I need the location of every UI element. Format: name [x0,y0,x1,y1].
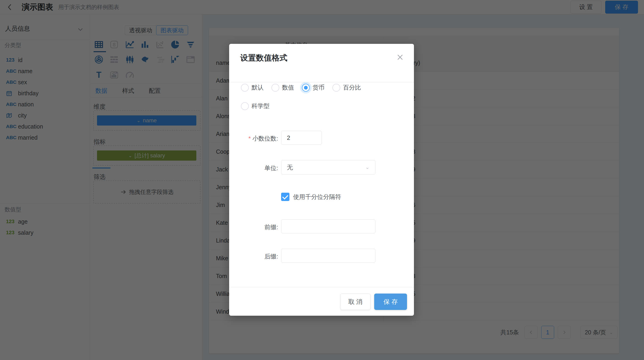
format-radio-group-row2: 科学型 [241,102,270,110]
unit-label: 单位: [229,164,278,172]
prefix-input[interactable] [281,219,375,233]
thousands-separator-label: 使用千分位分隔符 [293,193,341,201]
prefix-label: 前缀: [229,223,278,231]
radio-label: 默认 [252,83,264,92]
number-format-dialog: 设置数值格式 默认数值货币百分比 科学型 小数位数: 2 单位: 无 ⌄ 使用千… [229,44,414,316]
chevron-down-icon: ⌄ [366,164,370,170]
unit-value: 无 [287,163,293,171]
format-radio-数值[interactable]: 数值 [272,83,294,92]
decimal-places-label: 小数位数: [229,135,278,143]
suffix-label: 后缀: [229,253,278,261]
dialog-save-button[interactable]: 保 存 [374,294,407,310]
radio-icon [302,84,310,92]
format-radio-科学型[interactable]: 科学型 [241,102,270,110]
suffix-input[interactable] [281,249,375,263]
divider [229,82,414,82]
format-radio-货币[interactable]: 货币 [302,83,324,92]
unit-select[interactable]: 无 ⌄ [281,160,375,174]
decimal-places-input[interactable]: 2 [281,131,322,145]
radio-icon [332,84,340,92]
format-radio-默认[interactable]: 默认 [241,83,264,92]
format-radio-百分比[interactable]: 百分比 [332,83,361,92]
radio-icon [272,84,279,92]
app-root: 演示图表 用于演示文档的样例图表 设 置 保 存 人员信息 分类型 123idA… [0,0,644,360]
radio-label: 科学型 [252,102,270,110]
radio-label: 数值 [282,83,294,92]
close-button[interactable] [395,52,405,62]
divider [229,287,414,287]
radio-icon [241,102,249,110]
cancel-button[interactable]: 取 消 [340,294,370,310]
radio-label: 货币 [312,83,324,92]
radio-icon [241,84,249,92]
close-icon [396,53,404,61]
format-radio-group: 默认数值货币百分比 [241,83,361,92]
radio-label: 百分比 [343,83,361,92]
checkbox-checked-icon[interactable] [281,193,290,201]
thousands-separator-option[interactable]: 使用千分位分隔符 [281,193,341,201]
dialog-title: 设置数值格式 [240,53,287,63]
